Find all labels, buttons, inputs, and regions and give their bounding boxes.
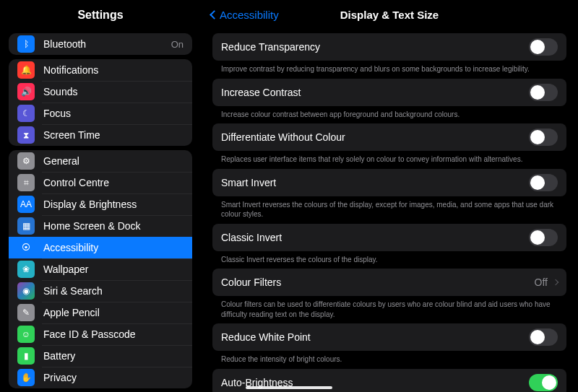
sidebar-item-bluetooth[interactable]: ᛒBluetoothOn (9, 33, 192, 55)
content-body: Reduce TransparencyImprove contrast by r… (201, 29, 578, 392)
switch-knob (530, 330, 545, 344)
setting-description: Increase colour contrast between app for… (212, 106, 566, 120)
screen-time-icon: ⧗ (17, 126, 35, 144)
wallpaper-icon: ❀ (17, 261, 35, 278)
setting-label: Smart Invert (221, 177, 276, 188)
switch-knob (530, 40, 545, 54)
sidebar-item-battery[interactable]: ▮Battery (9, 345, 192, 367)
bluetooth-icon: ᛒ (17, 35, 35, 53)
sidebar-item-general[interactable]: ⚙General (9, 150, 192, 172)
focus-icon: ☾ (17, 105, 35, 122)
sidebar-item-sounds[interactable]: 🔊Sounds (9, 81, 192, 103)
display-brightness-icon: AA (17, 196, 35, 213)
sidebar-item-screen-time[interactable]: ⧗Screen Time (9, 124, 192, 146)
setting-row-reduce-transparency: Reduce Transparency (212, 33, 566, 61)
sidebar-item-label: Sounds (43, 86, 77, 97)
classic-invert-switch[interactable] (529, 229, 558, 246)
sidebar-item-siri[interactable]: ◉Siri & Search (9, 280, 192, 302)
sidebar-item-label: Privacy (43, 372, 77, 383)
content-pane: Accessibility Display & Text Size Reduce… (201, 0, 578, 392)
sidebar-item-control-centre[interactable]: ⌗Control Centre (9, 172, 192, 193)
sidebar-item-value: On (171, 39, 184, 50)
setting-group-reduce-transparency: Reduce TransparencyImprove contrast by r… (212, 33, 566, 74)
setting-description: Reduce the intensity of bright colours. (212, 351, 566, 365)
face-id-icon: ☺ (17, 326, 35, 343)
switch-knob (542, 375, 556, 390)
sidebar-item-label: Home Screen & Dock (43, 220, 141, 232)
differentiate-without-colour-switch[interactable] (529, 129, 558, 146)
setting-row-classic-invert: Classic Invert (212, 224, 566, 251)
setting-group-differentiate-without-colour: Differentiate Without ColourReplaces use… (212, 123, 566, 165)
increase-contrast-switch[interactable] (529, 84, 558, 101)
settings-sidebar: Settings ᛒBluetoothOn🔔Notifications🔊Soun… (0, 0, 201, 392)
sidebar-item-face-id[interactable]: ☺Face ID & Passcode (9, 323, 192, 345)
sidebar-item-label: Display & Brightness (43, 199, 137, 210)
sidebar-item-notifications[interactable]: 🔔Notifications (9, 59, 192, 81)
sidebar-item-label: Siri & Search (43, 285, 103, 297)
setting-description: Replaces user interface items that rely … (212, 151, 566, 165)
sidebar-item-label: Control Centre (43, 177, 109, 188)
sidebar-item-label: Wallpaper (43, 263, 89, 275)
privacy-icon: ✋ (17, 369, 35, 386)
general-icon: ⚙ (17, 152, 35, 170)
sidebar-title: Settings (0, 0, 201, 29)
setting-group-classic-invert: Classic InvertClassic Invert reverses th… (212, 224, 566, 265)
home-indicator[interactable] (246, 386, 332, 389)
setting-row-reduce-white-point: Reduce White Point (212, 323, 566, 351)
switch-knob (530, 130, 545, 144)
switch-knob (530, 85, 545, 100)
setting-label: Classic Invert (221, 232, 282, 243)
switch-knob (530, 230, 545, 245)
sidebar-item-label: Battery (43, 350, 75, 362)
siri-icon: ◉ (17, 282, 35, 300)
setting-row-differentiate-without-colour: Differentiate Without Colour (212, 123, 566, 151)
sidebar-item-label: Screen Time (43, 129, 100, 141)
control-centre-icon: ⌗ (17, 174, 35, 191)
sidebar-item-label: Focus (43, 108, 71, 119)
reduce-white-point-switch[interactable] (529, 328, 558, 346)
home-screen-icon: ▦ (17, 217, 35, 235)
reduce-transparency-switch[interactable] (529, 38, 558, 56)
notifications-icon: 🔔 (17, 61, 35, 79)
switch-knob (530, 175, 545, 190)
setting-label: Colour Filters (221, 276, 281, 288)
sidebar-item-focus[interactable]: ☾Focus (9, 103, 192, 124)
sidebar-item-wallpaper[interactable]: ❀Wallpaper (9, 258, 192, 280)
setting-group-smart-invert: Smart InvertSmart Invert reverses the co… (212, 169, 566, 219)
content-title: Display & Text Size (201, 9, 578, 21)
setting-description: Colour filters can be used to differenti… (212, 296, 566, 319)
setting-row-smart-invert: Smart Invert (212, 169, 566, 196)
content-header: Accessibility Display & Text Size (201, 0, 578, 29)
apple-pencil-icon: ✎ (17, 304, 35, 321)
setting-group-colour-filters: Colour FiltersOffColour filters can be u… (212, 269, 566, 319)
sidebar-item-home-screen[interactable]: ▦Home Screen & Dock (9, 215, 192, 237)
setting-value: Off (535, 276, 548, 288)
setting-label: Reduce White Point (221, 331, 311, 343)
sounds-icon: 🔊 (17, 83, 35, 100)
sidebar-item-label: Accessibility (43, 242, 98, 253)
battery-icon: ▮ (17, 347, 35, 365)
sidebar-item-label: Notifications (43, 64, 98, 76)
sidebar-group: 🔔Notifications🔊Sounds☾Focus⧗Screen Time (9, 59, 192, 146)
sidebar-item-label: Face ID & Passcode (43, 328, 136, 340)
setting-description: Improve contrast by reducing transparenc… (212, 61, 566, 74)
sidebar-item-privacy[interactable]: ✋Privacy (9, 367, 192, 388)
chevron-right-icon (553, 279, 558, 285)
sidebar-item-label: General (43, 155, 79, 167)
setting-right: Off (535, 276, 558, 288)
setting-label: Increase Contrast (221, 87, 301, 98)
sidebar-item-accessibility[interactable]: ⦿Accessibility (9, 237, 192, 258)
setting-description: Classic Invert reverses the colours of t… (212, 251, 566, 265)
sidebar-group: ⚙General⌗Control CentreAADisplay & Brigh… (9, 150, 192, 388)
sidebar-group: ᛒBluetoothOn (9, 33, 192, 55)
setting-row-colour-filters[interactable]: Colour FiltersOff (212, 269, 566, 296)
setting-label: Differentiate Without Colour (221, 131, 345, 143)
sidebar-item-apple-pencil[interactable]: ✎Apple Pencil (9, 302, 192, 323)
setting-group-increase-contrast: Increase ContrastIncrease colour contras… (212, 79, 566, 120)
setting-label: Reduce Transparency (221, 41, 320, 53)
sidebar-item-display-brightness[interactable]: AADisplay & Brightness (9, 193, 192, 215)
auto-brightness-switch[interactable] (529, 374, 558, 391)
sidebar-item-label: Bluetooth (43, 38, 86, 50)
smart-invert-switch[interactable] (529, 174, 558, 191)
accessibility-icon: ⦿ (17, 239, 35, 256)
